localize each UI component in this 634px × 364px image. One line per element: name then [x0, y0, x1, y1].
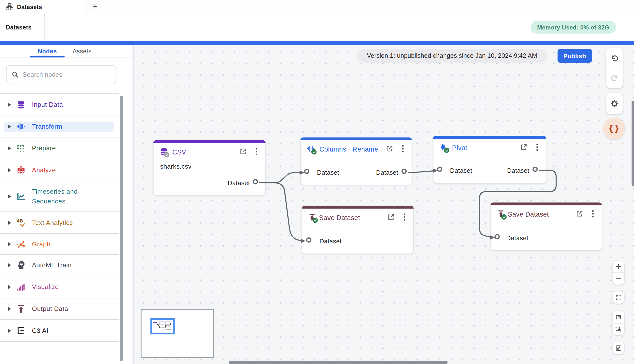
sidebar-item-automl-train[interactable]: AutoML Train [0, 254, 120, 276]
app-header: Datasets Memory Used: 0% of 32G [0, 14, 634, 41]
node-pivot[interactable]: Pivot [433, 136, 546, 184]
node-title: Save Dataset [319, 214, 360, 222]
redo-button[interactable] [606, 68, 622, 88]
upload-icon [16, 304, 26, 314]
minimap-toggle-icon[interactable] [612, 342, 624, 354]
zoom-to-selection-icon[interactable] [612, 324, 624, 335]
open-node-icon[interactable] [387, 213, 395, 221]
sidebar-item-visualize[interactable]: Visualize [0, 276, 120, 298]
browser-tab-bar: Datasets + [0, 0, 634, 14]
node-columns-rename[interactable]: Columns - Rename [300, 138, 412, 185]
sidebar-item-text-analytics[interactable]: AB Text Analytics [0, 212, 120, 234]
node-menu-icon[interactable] [590, 210, 596, 218]
zoom-controls [612, 261, 624, 284]
sidebar-item-timeseries[interactable]: Timeseries and Sequences [0, 181, 120, 212]
node-save-dataset-2[interactable]: Save Dataset [490, 202, 602, 250]
sidebar-item-c3-ai[interactable]: C3 AI [0, 320, 120, 342]
sidebar-item-label: Graph [32, 239, 105, 249]
port-label: Dataset [501, 167, 529, 174]
ab-check-icon: AB [16, 218, 26, 227]
node-accent-bar [302, 206, 414, 209]
search-icon [12, 71, 19, 78]
publish-button[interactable]: Publish [558, 49, 592, 62]
upload-icon [497, 210, 506, 219]
settings-toolbar [606, 93, 622, 114]
expand-caret-icon[interactable] [8, 307, 11, 311]
expand-caret-icon[interactable] [8, 263, 11, 267]
sidebar-item-graph[interactable]: Graph [0, 233, 120, 254]
horizontal-scrollbar[interactable] [229, 361, 448, 364]
status-check-icon [312, 218, 318, 223]
expand-caret-icon[interactable] [8, 285, 11, 289]
fullscreen-icon[interactable] [612, 292, 624, 304]
port-label: Dataset [506, 234, 528, 242]
input-port-save2[interactable] [494, 234, 500, 239]
node-save-dataset-1[interactable]: Save Dataset [302, 206, 414, 254]
dots-grid-icon [16, 144, 26, 153]
open-node-icon[interactable] [239, 148, 247, 156]
sidebar-scrollbar[interactable] [120, 96, 123, 361]
sidebar-item-label: Visualize [32, 282, 105, 292]
expand-caret-icon[interactable] [8, 146, 11, 150]
open-node-icon[interactable] [575, 210, 583, 218]
expand-caret-icon[interactable] [8, 220, 11, 225]
input-port-pivot[interactable] [437, 166, 442, 172]
fit-view-card [612, 292, 624, 304]
zoom-out-button[interactable] [612, 273, 624, 284]
sidebar-item-input-data[interactable]: Input Data [0, 93, 120, 116]
equalizer-icon [307, 145, 316, 154]
sidebar-item-output-data[interactable]: Output Data [0, 298, 120, 320]
open-node-icon[interactable] [520, 143, 528, 151]
zoom-in-button[interactable] [612, 261, 624, 272]
undo-button[interactable] [606, 48, 622, 68]
tab-datasets[interactable]: Datasets [0, 0, 85, 14]
node-csv[interactable]: CSV sharks.csv [153, 140, 266, 196]
tab-assets[interactable]: Assets [69, 45, 96, 57]
search-nodes-box[interactable] [6, 65, 116, 84]
output-port-pivot[interactable] [532, 166, 538, 172]
search-input[interactable] [23, 71, 108, 78]
sidebar-item-label: Text Analytics [32, 218, 105, 228]
sidebar-item-analyze[interactable]: Analyze [0, 159, 120, 181]
sidebar-item-label: Transform [32, 122, 105, 131]
input-port-rename[interactable] [304, 168, 309, 174]
input-port-save1[interactable] [306, 237, 311, 242]
port-label: Dataset [370, 169, 398, 176]
sidebar-item-prepare[interactable]: Prepare [0, 137, 120, 159]
status-check-icon [164, 152, 170, 158]
new-tab-button[interactable]: + [90, 1, 100, 12]
equalizer-icon [16, 122, 26, 131]
expand-caret-icon[interactable] [8, 194, 11, 198]
memory-usage-badge: Memory Used: 0% of 32G [530, 21, 616, 34]
code-braces-button[interactable]: {} [603, 118, 625, 140]
node-accent-bar [300, 138, 412, 140]
open-node-icon[interactable] [385, 145, 393, 153]
expand-caret-icon[interactable] [8, 168, 11, 172]
node-menu-icon[interactable] [534, 143, 540, 151]
header-separator [44, 14, 45, 41]
node-menu-icon[interactable] [401, 213, 408, 221]
sidebar-item-transform[interactable]: Transform [0, 116, 120, 137]
vertical-scrollbar[interactable] [632, 100, 634, 186]
accent-divider [0, 41, 634, 45]
equalizer-icon [440, 143, 448, 152]
tab-nodes[interactable]: Nodes [30, 45, 65, 57]
history-toolbar [606, 48, 622, 88]
node-accent-bar [490, 202, 602, 206]
output-port-rename[interactable] [401, 168, 407, 174]
node-menu-icon[interactable] [253, 148, 260, 156]
app-window: Datasets + Datasets Memory Used: 0% of 3… [0, 0, 634, 364]
node-menu-icon[interactable] [399, 145, 406, 153]
expand-caret-icon[interactable] [8, 328, 11, 332]
line-chart-icon [16, 192, 26, 201]
expand-caret-icon[interactable] [8, 242, 11, 246]
gear-icon[interactable] [606, 93, 622, 114]
expand-caret-icon[interactable] [8, 102, 11, 107]
zoom-to-nodes-icon[interactable] [612, 311, 624, 323]
node-accent-bar [153, 140, 266, 143]
output-port-csv[interactable] [253, 179, 258, 184]
expand-caret-icon[interactable] [8, 124, 11, 129]
minimap-viewport[interactable] [150, 318, 175, 334]
svg-text:AB: AB [16, 218, 23, 224]
minimap[interactable] [140, 309, 214, 358]
